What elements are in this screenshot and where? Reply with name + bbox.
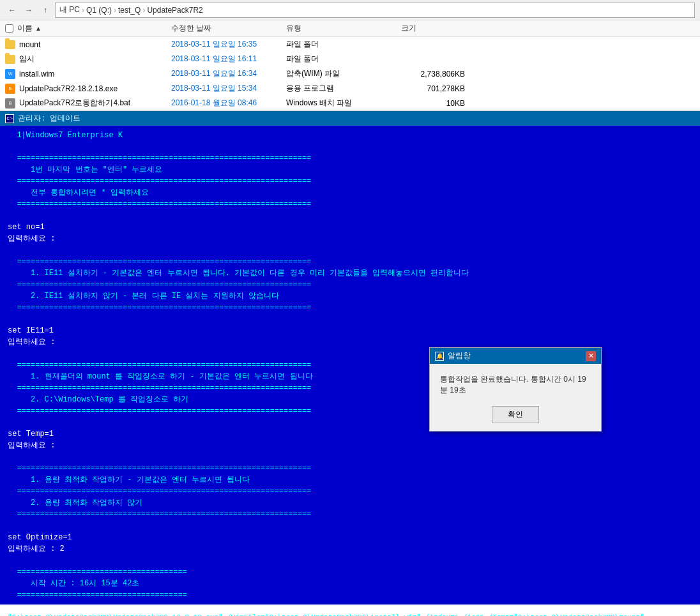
cmd-line — [8, 520, 692, 532]
cmd-line: 1|Windows7 Enterprise K — [8, 130, 692, 141]
file-name-cell: E UpdatePack7R2-18.2.18.exe — [5, 84, 171, 94]
file-list-header: 이름 ▲ 수정한 날짜 유형 크기 — [0, 20, 700, 37]
file-date: 2016-01-18 월요일 08:46 — [171, 98, 286, 109]
cmd-input-line: 입력하세요 : — [8, 233, 692, 244]
sep1: › — [82, 6, 84, 15]
cmd-icon: C> — [5, 114, 14, 123]
file-label: UpdatePack7R2-18.2.18.exe — [19, 84, 118, 93]
file-list: mount 2018-03-11 일요일 16:35 파일 폴더 임시 2018… — [0, 37, 700, 110]
cmd-set-line: set no=1 — [8, 222, 692, 233]
cmd-input-line: 입력하세요 : — [8, 336, 692, 348]
alert-title-left: 🔔 알림창 — [435, 350, 471, 361]
file-name-cell: 임시 — [5, 54, 171, 64]
cmd-command-line: "Q:\test_Q\UpdatePack7R2\UpdatePack7R2-1… — [8, 612, 692, 616]
explorer-window: ← → ↑ 내 PC › Q1 (Q:) › test_Q › UpdatePa… — [0, 0, 700, 111]
file-type: 파일 폴더 — [286, 39, 401, 50]
up-button[interactable]: ↑ — [38, 3, 52, 17]
header-checkbox-col: 이름 ▲ — [5, 23, 171, 34]
file-type: Windows 배치 파일 — [286, 98, 401, 109]
cmd-line: 2. IE11 설치하지 않기 - 본래 다른 IE 설치는 지원하지 않습니다 — [8, 290, 692, 302]
alert-message: 통합작업을 완료했습니다. 통합시간 0시 19분 19초 — [440, 375, 586, 394]
alert-close-button[interactable]: ✕ — [586, 351, 596, 361]
file-row[interactable]: E UpdatePack7R2-18.2.18.exe 2018-03-11 일… — [0, 81, 700, 96]
sep3: › — [142, 6, 145, 15]
cmd-window: C> 관리자: 업데이트 1|Windows7 Enterprise K ===… — [0, 111, 700, 605]
file-row[interactable]: B UpdatePack7R2로통합하기4.bat 2016-01-18 월요일… — [0, 96, 700, 110]
file-label: install.wim — [19, 70, 54, 79]
cmd-separator: ========================================… — [8, 279, 692, 290]
cmd-separator: ========================================… — [8, 509, 692, 520]
cmd-separator: ===================================== — [8, 566, 692, 578]
cmd-line — [8, 141, 692, 153]
alert-footer: 확인 — [430, 402, 601, 431]
sep2: › — [114, 6, 116, 15]
address-pc: 내 PC — [59, 4, 80, 15]
file-type: 압축(WIM) 파일 — [286, 68, 401, 79]
cmd-line: 전부 통합하시려면 * 입력하세요 — [8, 187, 692, 199]
select-all-checkbox[interactable] — [5, 24, 13, 33]
cmd-line — [8, 451, 692, 463]
file-label: mount — [19, 40, 40, 49]
file-size: 10KB — [401, 99, 478, 108]
address-testq: test_Q — [118, 6, 141, 15]
file-name-cell: W install.wim — [5, 69, 171, 79]
file-name-cell: B UpdatePack7R2로통합하기4.bat — [5, 98, 171, 109]
cmd-line — [8, 601, 692, 612]
cmd-separator: ========================================… — [8, 199, 692, 210]
forward-button[interactable]: → — [22, 3, 36, 17]
cmd-line: 2. 용량 최적화 작업하지 않기 — [8, 497, 692, 509]
cmd-set-line: set IE11=1 — [8, 325, 692, 336]
cmd-line — [8, 555, 692, 566]
folder-icon — [5, 40, 15, 49]
alert-dialog: 🔔 알림창 ✕ 통합작업을 완료했습니다. 통합시간 0시 19분 19초 확인 — [429, 347, 602, 432]
address-q1: Q1 (Q:) — [86, 6, 112, 15]
cmd-line — [8, 210, 692, 222]
cmd-separator: ========================================… — [8, 463, 692, 474]
cmd-line: 1번 마지막 번호는 "엔터" 누르세요 — [8, 164, 692, 176]
alert-title-label: 알림창 — [448, 350, 471, 361]
cmd-set-line: set Optimize=1 — [8, 532, 692, 543]
address-updatepack: UpdatePack7R2 — [147, 6, 202, 15]
alert-titlebar: 🔔 알림창 ✕ — [430, 348, 601, 364]
file-size: 701,278KB — [401, 84, 478, 93]
cmd-line — [8, 244, 692, 256]
cmd-line — [8, 313, 692, 325]
col-name[interactable]: 이름 — [17, 23, 33, 34]
cmd-separator: ===================================== — [8, 589, 692, 601]
exe-icon: E — [5, 84, 15, 94]
alert-icon: 🔔 — [435, 352, 444, 361]
cmd-titlebar: C> 관리자: 업데이트 — [0, 111, 700, 126]
file-row[interactable]: 임시 2018-03-11 일요일 16:11 파일 폴더 — [0, 52, 700, 66]
file-name-cell: mount — [5, 40, 171, 49]
wim-icon: W — [5, 69, 15, 79]
cmd-input-line: 입력하세요 : — [8, 440, 692, 451]
cmd-separator: ========================================… — [8, 486, 692, 497]
file-type: 파일 폴더 — [286, 54, 401, 64]
back-button[interactable]: ← — [5, 3, 19, 17]
cmd-separator: ========================================… — [8, 176, 692, 187]
cmd-input-line: 입력하세요 : 2 — [8, 543, 692, 555]
file-date: 2018-03-11 일요일 16:11 — [171, 54, 286, 64]
file-date: 2018-03-11 일요일 16:34 — [171, 68, 286, 79]
alert-body: 통합작업을 완료했습니다. 통합시간 0시 19분 19초 — [430, 364, 601, 402]
nav-bar: ← → ↑ 내 PC › Q1 (Q:) › test_Q › UpdatePa… — [0, 0, 700, 20]
file-row[interactable]: mount 2018-03-11 일요일 16:35 파일 폴더 — [0, 37, 700, 52]
cmd-title: 관리자: 업데이트 — [18, 113, 80, 124]
cmd-line: 1. 용량 최적화 작업하기 - 기본값은 엔터 누르시면 됩니다 — [8, 474, 692, 486]
cmd-line: 시작 시간 : 16시 15분 42초 — [8, 578, 692, 589]
col-size[interactable]: 크기 — [401, 23, 478, 34]
col-type[interactable]: 유형 — [286, 23, 401, 34]
address-bar[interactable]: 내 PC › Q1 (Q:) › test_Q › UpdatePack7R2 — [55, 3, 695, 18]
alert-ok-button[interactable]: 확인 — [492, 406, 539, 423]
file-label: 임시 — [19, 54, 34, 64]
file-label: UpdatePack7R2로통합하기4.bat — [19, 98, 130, 109]
file-date: 2018-03-11 일요일 15:34 — [171, 83, 286, 94]
cmd-separator: ========================================… — [8, 256, 692, 267]
col-modified[interactable]: 수정한 날짜 — [171, 23, 286, 34]
bat-icon: B — [5, 98, 15, 109]
file-row[interactable]: W install.wim 2018-03-11 일요일 16:34 압축(WI… — [0, 66, 700, 81]
cmd-separator: ========================================… — [8, 302, 692, 313]
sort-arrow: ▲ — [35, 25, 42, 32]
cmd-separator: ========================================… — [8, 153, 692, 164]
file-date: 2018-03-11 일요일 16:35 — [171, 39, 286, 50]
